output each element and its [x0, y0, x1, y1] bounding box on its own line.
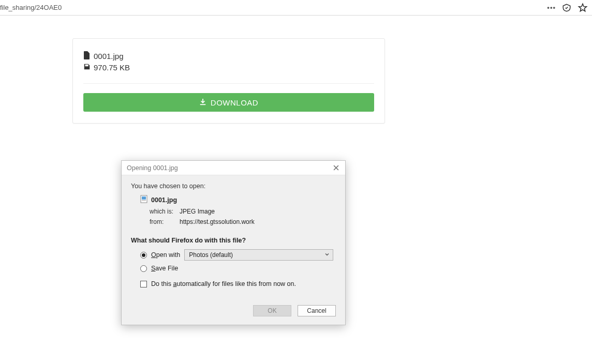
download-icon	[199, 98, 206, 107]
open-with-option[interactable]: Open with Photos (default)	[140, 249, 336, 261]
dialog-body: You have chosen to open: 0001.jpg which …	[122, 175, 345, 325]
file-name-row: 0001.jpg	[83, 51, 374, 61]
from-label: from:	[150, 218, 176, 225]
auto-checkbox[interactable]	[140, 281, 147, 287]
file-card: 0001.jpg 970.75 KB DOWNLOAD	[72, 38, 385, 124]
file-size: 970.75 KB	[94, 63, 130, 72]
open-with-selected: Photos (default)	[189, 251, 233, 259]
file-name: 0001.jpg	[94, 52, 124, 60]
open-with-radio[interactable]	[140, 252, 147, 259]
cancel-button[interactable]: Cancel	[298, 305, 336, 316]
open-with-select[interactable]: Photos (default)	[184, 249, 333, 261]
svg-rect-3	[142, 200, 146, 201]
svg-rect-2	[142, 196, 146, 200]
save-file-radio[interactable]	[140, 265, 147, 272]
file-size-row: 970.75 KB	[83, 63, 374, 72]
ok-button[interactable]: OK	[253, 305, 291, 316]
pocket-icon[interactable]	[562, 3, 571, 12]
dialog-question: What should Firefox do with this file?	[131, 237, 336, 244]
divider	[83, 83, 374, 84]
dialog-footer: OK Cancel	[131, 305, 336, 316]
chevron-down-icon	[324, 251, 330, 259]
dialog-file-block: 0001.jpg which is: JPEG Image from: http…	[140, 195, 336, 225]
auto-option[interactable]: Do this automatically for files like thi…	[140, 280, 336, 287]
auto-label: Do this automatically for files like thi…	[151, 280, 296, 287]
save-icon	[83, 63, 91, 72]
svg-marker-0	[579, 4, 587, 11]
page-content: 0001.jpg 970.75 KB DOWNLOAD	[0, 16, 592, 124]
open-with-label: Open with	[151, 251, 180, 259]
dialog-title: Opening 0001.jpg	[127, 164, 178, 172]
download-open-dialog: Opening 0001.jpg You have chosen to open…	[121, 160, 346, 325]
dialog-titlebar: Opening 0001.jpg	[122, 161, 345, 175]
browser-chrome-bar: file_sharing/24OAE0 •••	[0, 0, 592, 16]
from-value: https://test.gtssolution.work	[180, 218, 255, 225]
more-icon[interactable]: •••	[547, 4, 556, 11]
download-label: DOWNLOAD	[211, 98, 258, 107]
bookmark-star-icon[interactable]	[578, 3, 588, 13]
save-file-option[interactable]: Save File	[140, 265, 336, 272]
url-fragment: file_sharing/24OAE0	[0, 4, 62, 11]
dialog-file-line: 0001.jpg	[140, 195, 336, 205]
browser-page-actions: •••	[547, 3, 588, 13]
which-is-value: JPEG Image	[180, 208, 215, 215]
which-is-row: which is: JPEG Image	[150, 208, 336, 215]
dialog-filename: 0001.jpg	[151, 196, 177, 204]
file-icon	[83, 51, 91, 61]
download-button[interactable]: DOWNLOAD	[83, 93, 374, 112]
save-file-label: Save File	[151, 265, 178, 272]
image-file-icon	[140, 195, 147, 205]
from-row: from: https://test.gtssolution.work	[150, 218, 336, 225]
which-is-label: which is:	[150, 208, 176, 215]
close-icon[interactable]	[331, 163, 341, 173]
dialog-intro: You have chosen to open:	[131, 183, 336, 190]
